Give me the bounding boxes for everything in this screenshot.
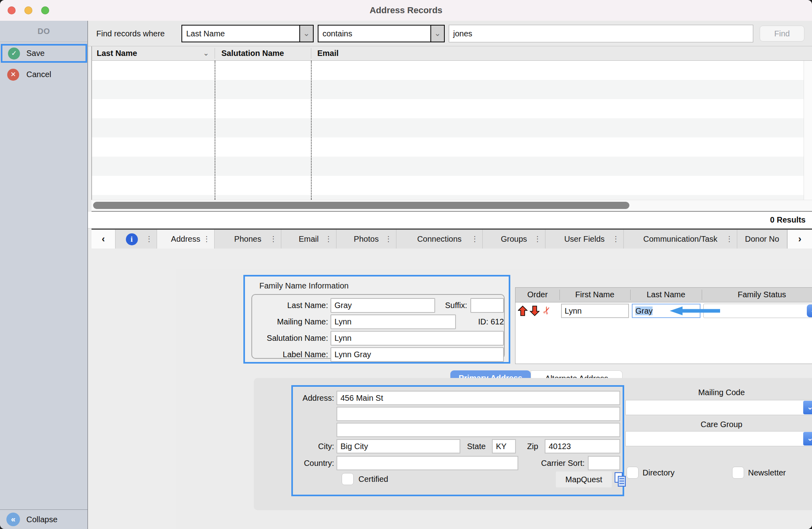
address-line3-field[interactable] — [336, 423, 620, 437]
collapse-button[interactable]: « Collapse — [0, 509, 88, 529]
remove-member-scissors-icon[interactable]: ✂ — [540, 304, 553, 316]
tab-donor-notes[interactable]: Donor No — [737, 230, 787, 249]
mailing-code-dropdown-button[interactable]: ⌄ — [803, 401, 812, 414]
suffix-field[interactable] — [470, 298, 504, 313]
cancel-button[interactable]: ✕ Cancel — [1, 66, 87, 84]
tab-options-dots-icon[interactable]: ⋮ — [612, 230, 619, 249]
column-header-email[interactable]: Email — [317, 46, 338, 60]
directory-checkbox[interactable] — [627, 467, 639, 479]
column-header-salutation-name[interactable]: Salutation Name — [221, 46, 284, 60]
primary-address-section: Address: 456 Main St City: Big City Stat… — [291, 385, 624, 496]
family-name-information-title: Family Name Information — [259, 281, 348, 290]
info-icon: i — [126, 233, 138, 245]
tab-options-dots-icon[interactable]: ⋮ — [270, 230, 277, 249]
tab-communication-task[interactable]: Communication/Task⋮ — [624, 230, 737, 249]
search-bar-label: Find records where — [96, 21, 165, 46]
family-name-information-section: Family Name Information Last Name: Gray … — [243, 275, 510, 364]
search-field-dropdown[interactable]: Last Name ⌄ — [181, 25, 314, 42]
label-name-label: Label Name: — [248, 347, 328, 362]
tab-options-dots-icon[interactable]: ⋮ — [726, 230, 733, 249]
label-name-field[interactable]: Lynn Gray — [330, 347, 504, 362]
results-table-body[interactable] — [92, 61, 812, 200]
address-line2-field[interactable] — [336, 407, 620, 421]
horizontal-scrollbar[interactable] — [92, 200, 812, 212]
tab-groups[interactable]: Groups⋮ — [483, 230, 545, 249]
move-up-down-icons[interactable] — [518, 306, 540, 316]
sort-chevron-icon[interactable]: ⌄ — [203, 46, 209, 60]
chevron-down-icon: ⌄ — [299, 26, 313, 42]
tab-email[interactable]: Email⋮ — [281, 230, 336, 249]
certified-checkbox-label: Certified — [358, 473, 388, 485]
last-name-field[interactable]: Gray — [330, 298, 435, 313]
search-bar: Find records where Last Name ⌄ contains … — [88, 21, 812, 46]
search-operator-dropdown-value: contains — [322, 26, 352, 42]
tab-options-dots-icon[interactable]: ⋮ — [471, 230, 478, 249]
chevron-down-icon: ⌄ — [807, 434, 812, 442]
mailing-code-label: Mailing Code — [625, 388, 812, 397]
tab-options-dots-icon[interactable]: ⋮ — [203, 230, 210, 249]
find-button[interactable]: Find — [760, 26, 804, 42]
column-divider[interactable] — [311, 48, 311, 59]
column-dotted-divider — [311, 61, 312, 200]
state-label: State — [463, 439, 490, 453]
members-column-last-name: Last Name — [630, 288, 702, 302]
search-query-input[interactable]: jones — [449, 25, 753, 42]
state-field[interactable]: KY — [492, 439, 516, 453]
app-window: Address Records DO ✓ Save ✕ Cancel « Col… — [0, 0, 812, 529]
tab-options-dots-icon[interactable]: ⋮ — [325, 230, 332, 249]
search-operator-dropdown[interactable]: contains ⌄ — [318, 25, 445, 42]
selected-text: Gray — [635, 306, 653, 315]
carrier-sort-field[interactable] — [588, 456, 620, 470]
country-label: Country: — [295, 456, 334, 470]
column-divider[interactable] — [215, 48, 215, 59]
members-column-family-status: Family Status — [702, 288, 812, 302]
search-field-dropdown-value: Last Name — [186, 26, 225, 42]
city-label: City: — [295, 439, 334, 453]
mailing-name-label: Mailing Name: — [248, 314, 328, 329]
copy-address-icon[interactable] — [614, 471, 627, 487]
results-count-strip: 0 Results — [88, 212, 812, 229]
horizontal-scrollbar-thumb[interactable] — [93, 202, 629, 209]
city-field[interactable]: Big City — [336, 439, 460, 453]
tab-options-dots-icon[interactable]: ⋮ — [145, 230, 153, 249]
tab-phones[interactable]: Phones⋮ — [215, 230, 281, 249]
directory-checkbox-label: Directory — [643, 466, 675, 479]
members-column-order: Order — [515, 288, 559, 302]
salutation-name-field[interactable]: Lynn — [330, 331, 504, 346]
tab-connections[interactable]: Connections⋮ — [396, 230, 483, 249]
column-header-last-name[interactable]: Last Name — [97, 46, 137, 60]
certified-checkbox[interactable] — [342, 473, 354, 485]
title-bar: Address Records — [0, 0, 812, 21]
care-group-dropdown[interactable] — [625, 431, 812, 446]
column-dotted-divider — [215, 61, 215, 200]
member-first-name-field[interactable]: Lynn — [561, 304, 629, 318]
tabs-scroll-right-button[interactable]: › — [787, 230, 812, 249]
mailing-name-field[interactable]: Lynn — [330, 314, 456, 329]
members-column-first-name: First Name — [559, 288, 630, 302]
annotation-arrow-left-icon — [669, 306, 722, 316]
chevron-down-icon: ⌄ — [810, 306, 812, 314]
address-line1-field[interactable]: 456 Main St — [336, 391, 620, 405]
mapquest-button[interactable]: MapQuest — [556, 471, 612, 487]
tab-photos[interactable]: Photos⋮ — [336, 230, 396, 249]
tab-user-fields[interactable]: User Fields⋮ — [545, 230, 624, 249]
family-status-dropdown-button[interactable]: ⌄ — [807, 304, 812, 317]
country-field[interactable] — [336, 456, 518, 470]
chevron-right-icon: › — [798, 233, 802, 244]
zip-field[interactable]: 40123 — [545, 439, 620, 453]
family-members-header: Order First Name Last Name Family Status — [515, 288, 812, 302]
main-area: Find records where Last Name ⌄ contains … — [88, 21, 812, 529]
newsletter-checkbox[interactable] — [732, 467, 744, 479]
newsletter-checkbox-label: Newsletter — [748, 466, 786, 479]
care-group-dropdown-button[interactable]: ⌄ — [803, 432, 812, 445]
vertical-scrollbar[interactable] — [804, 61, 812, 200]
tab-options-dots-icon[interactable]: ⋮ — [385, 230, 392, 249]
record-id: ID: 612 — [461, 314, 504, 329]
save-button[interactable]: ✓ Save — [1, 44, 87, 63]
tab-info[interactable]: i ⋮ — [115, 230, 157, 249]
tab-options-dots-icon[interactable]: ⋮ — [534, 230, 541, 249]
tabs-scroll-left-button[interactable]: ‹ — [92, 230, 115, 249]
mailing-code-dropdown[interactable] — [625, 400, 812, 415]
tab-address[interactable]: Address⋮ — [157, 230, 215, 249]
family-members-table: Order First Name Last Name Family Status… — [515, 287, 812, 364]
